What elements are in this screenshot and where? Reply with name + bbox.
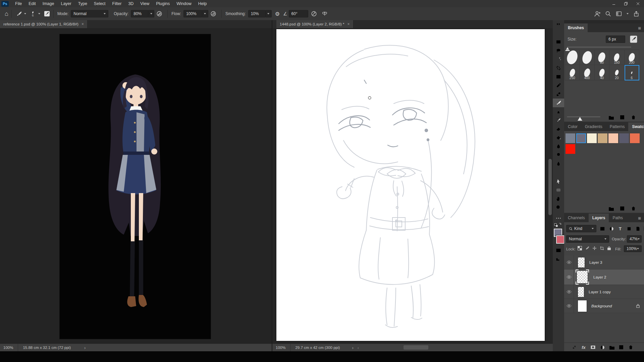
workspace-switcher-icon[interactable] — [616, 11, 622, 17]
brush-settings-toggle-icon[interactable] — [629, 35, 638, 44]
brush-preset[interactable]: 20 — [609, 65, 624, 80]
status-chevron-icon[interactable]: › — [350, 345, 355, 350]
new-folder-icon[interactable] — [607, 114, 615, 121]
new-folder-icon[interactable] — [607, 205, 615, 212]
tab-gradients[interactable]: Gradients — [581, 122, 606, 131]
layer-filter-kind-dropdown[interactable]: Kind — [566, 225, 596, 232]
menu-window[interactable]: Window — [173, 1, 195, 6]
brush-preset[interactable]: 250 — [565, 65, 580, 80]
hand-tool[interactable] — [553, 194, 564, 203]
chevron-down-icon[interactable] — [38, 13, 40, 14]
brush-size-slider[interactable] — [567, 47, 631, 48]
delete-icon[interactable] — [629, 205, 637, 212]
layer-fill-field[interactable]: 100% — [624, 245, 642, 252]
brush-preset[interactable]: 150 — [609, 50, 624, 65]
layer-visibility-eye-icon[interactable] — [564, 255, 574, 269]
eraser-tool[interactable] — [553, 125, 564, 133]
layer-thumbnail-wrap[interactable] — [577, 270, 588, 284]
status-chevron-icon[interactable]: › — [82, 345, 88, 350]
object-selection-tool[interactable] — [553, 55, 564, 64]
zoom-level-field[interactable]: 100% — [272, 344, 290, 351]
menu-select[interactable]: Select — [91, 1, 109, 6]
brush-preset[interactable] — [565, 50, 580, 65]
share-account-icon[interactable] — [594, 11, 600, 17]
type-tool[interactable] — [553, 168, 564, 177]
paint-bucket-tool[interactable] — [553, 133, 564, 142]
collapse-tools-icon[interactable] — [553, 21, 564, 27]
menu-edit[interactable]: Edit — [25, 1, 39, 6]
menu-help[interactable]: Help — [195, 1, 210, 6]
pressure-size-icon[interactable] — [308, 11, 320, 17]
new-item-icon[interactable] — [618, 114, 626, 121]
frame-tool[interactable] — [553, 72, 564, 81]
blend-mode-dropdown[interactable]: Normal — [71, 10, 108, 17]
layer-mask-icon[interactable] — [589, 344, 597, 351]
color-swatch[interactable] — [566, 144, 575, 154]
close-icon[interactable] — [632, 0, 644, 7]
menu-type[interactable]: Type — [75, 1, 91, 6]
document-tab-sketch[interactable]: 1448.psd @ 100% (Layer 2, RGB/8) * × — [276, 20, 354, 28]
sketch-artboard[interactable] — [276, 29, 545, 341]
brush-tool[interactable] — [553, 99, 564, 107]
quick-mask-icon[interactable] — [553, 246, 564, 255]
vertical-scrollbar-thumb[interactable] — [548, 159, 552, 215]
layer-thumbnail[interactable] — [578, 300, 587, 312]
history-brush-tool[interactable] — [553, 116, 564, 125]
chevron-down-icon[interactable] — [24, 13, 26, 14]
menu-filter[interactable]: Filter — [109, 1, 125, 6]
clone-stamp-tool[interactable] — [553, 107, 564, 116]
healing-brush-tool[interactable] — [553, 90, 564, 99]
dodge-tool[interactable] — [553, 151, 564, 160]
chevron-down-icon[interactable] — [627, 13, 629, 14]
layer-row[interactable]: Layer 1 copy — [564, 285, 644, 299]
delete-icon[interactable] — [629, 114, 637, 121]
menu-layer[interactable]: Layer — [57, 1, 74, 6]
menu-view[interactable]: View — [137, 1, 153, 6]
color-swatch[interactable] — [619, 133, 629, 143]
zoom-tool[interactable] — [553, 203, 564, 212]
layer-thumbnail[interactable] — [578, 257, 585, 268]
delete-layer-icon[interactable] — [627, 344, 635, 351]
restore-icon[interactable] — [620, 0, 632, 7]
paint-symmetry-butterfly-icon[interactable] — [320, 11, 330, 17]
layer-name[interactable]: Layer 2 — [593, 275, 606, 279]
link-layers-icon[interactable] — [570, 344, 578, 351]
color-swatch[interactable] — [608, 133, 618, 143]
brush-preset[interactable] — [580, 50, 594, 65]
marquee-tool[interactable] — [553, 38, 564, 46]
layer-styles-fx-icon[interactable]: fx — [580, 344, 588, 351]
brush-preset-selected[interactable]: 6 — [625, 65, 639, 80]
brush-tool-preset-icon[interactable] — [15, 11, 23, 17]
filter-image-icon[interactable] — [599, 225, 606, 232]
flow-field[interactable]: 100% — [183, 10, 202, 17]
close-tab-icon[interactable]: × — [347, 22, 350, 26]
brush-angle-field[interactable]: 60° — [289, 10, 308, 17]
pressure-opacity-icon[interactable] — [154, 11, 164, 17]
brush-panel-slider-thumb[interactable] — [578, 117, 582, 121]
panel-menu-icon[interactable]: ≡ — [638, 25, 644, 31]
layer-lock-icon[interactable] — [636, 304, 640, 308]
brush-size-field[interactable]: 6 px — [606, 36, 625, 43]
tab-brushes[interactable]: Brushes — [564, 23, 588, 32]
filter-adjustment-icon[interactable] — [608, 225, 615, 232]
screen-mode-icon[interactable] — [553, 255, 564, 263]
lock-paint-icon[interactable] — [585, 246, 589, 250]
eyedropper-tool[interactable] — [553, 81, 564, 90]
layer-opacity-field[interactable]: 47% — [627, 235, 642, 243]
horizontal-scrollbar-thumb[interactable] — [404, 345, 428, 350]
smoothing-options-gear-icon[interactable]: ⚙ — [275, 11, 280, 17]
layer-row[interactable]: Layer 3 — [564, 255, 644, 269]
brush-preset[interactable]: 40 — [595, 65, 609, 80]
default-colors-icon[interactable] — [554, 222, 563, 228]
home-icon[interactable]: ⌂ — [5, 10, 8, 17]
tab-color[interactable]: Color — [564, 122, 581, 131]
tab-channels[interactable]: Channels — [564, 214, 589, 222]
brush-preset[interactable]: 200 — [625, 50, 639, 65]
minimize-icon[interactable] — [608, 0, 620, 7]
brush-panel-slider[interactable] — [567, 116, 600, 117]
lock-artboard-icon[interactable] — [600, 246, 604, 250]
blur-tool[interactable] — [553, 142, 564, 151]
color-swatch-selected[interactable] — [576, 133, 586, 143]
brush-preset[interactable]: 400 — [580, 65, 594, 80]
menu-plugins[interactable]: Plugins — [153, 1, 173, 6]
